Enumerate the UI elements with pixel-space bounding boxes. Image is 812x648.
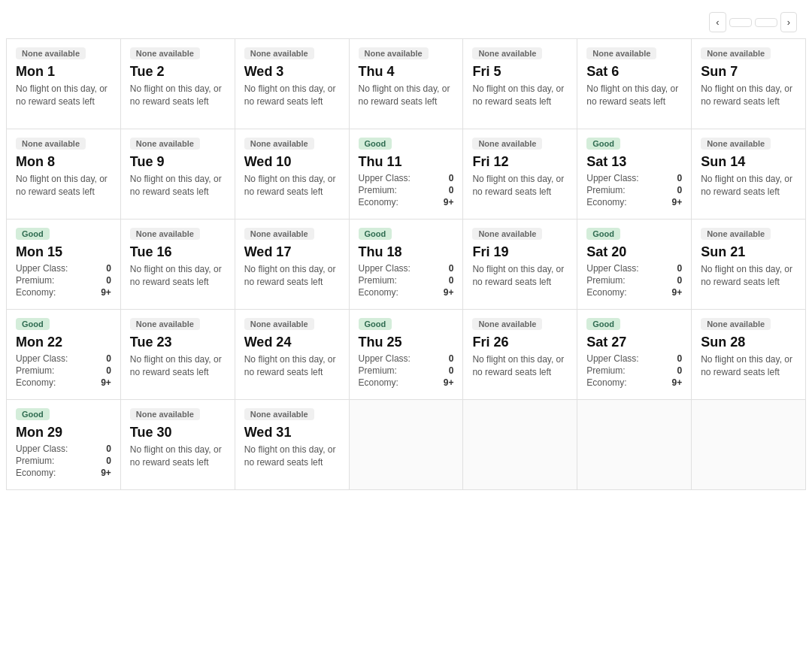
calendar-cell-tue30[interactable]: None availableTue 30No flight on this da… [121, 400, 235, 490]
dec-button[interactable] [729, 18, 752, 27]
upper-class-row: Upper Class: 0 [359, 173, 454, 183]
calendar-cell-sat13[interactable]: GoodSat 13 Upper Class: 0 Premium: 0 Eco… [577, 129, 692, 220]
day-label: Sun 14 [701, 154, 796, 170]
premium-row: Premium: 0 [359, 275, 454, 286]
economy-label: Economy: [16, 377, 56, 388]
calendar-cell-tue2[interactable]: None availableTue 2No flight on this day… [121, 39, 235, 129]
calendar-cell-mon8[interactable]: None availableMon 8No flight on this day… [7, 129, 121, 220]
premium-row: Premium: 0 [359, 365, 454, 376]
calendar-cell-wed17[interactable]: None availableWed 17No flight on this da… [235, 220, 350, 310]
premium-value: 0 [677, 185, 682, 195]
next-month-button[interactable]: › [780, 12, 797, 32]
economy-row: Economy: 9+ [359, 377, 454, 388]
no-flight-text: No flight on this day, or no reward seat… [244, 444, 340, 469]
upper-class-row: Upper Class: 0 [16, 263, 111, 274]
day-label: Mon 22 [16, 335, 111, 350]
upper-class-value: 0 [677, 353, 682, 364]
calendar-cell-mon15[interactable]: GoodMon 15 Upper Class: 0 Premium: 0 Eco… [7, 220, 121, 310]
no-flight-text: No flight on this day, or no reward seat… [16, 173, 111, 198]
day-label: Tue 30 [130, 425, 226, 441]
calendar-cell-tue23[interactable]: None availableTue 23No flight on this da… [121, 310, 235, 400]
calendar-cell-mon22[interactable]: GoodMon 22 Upper Class: 0 Premium: 0 Eco… [7, 310, 121, 400]
day-label: Fri 12 [472, 154, 568, 170]
availability-badge: None available [244, 318, 314, 330]
month-navigation: ‹ › [709, 12, 797, 32]
day-label: Tue 2 [130, 64, 226, 80]
calendar-cell-tue9[interactable]: None availableTue 9No flight on this day… [121, 129, 235, 220]
premium-row: Premium: 0 [586, 365, 682, 376]
availability-badge: None available [130, 228, 200, 240]
economy-value: 9+ [444, 287, 454, 298]
availability-badge: None available [244, 228, 314, 240]
availability-badge: Good [586, 138, 620, 150]
no-flight-text: No flight on this day, or no reward seat… [244, 83, 340, 108]
day-label: Fri 5 [472, 64, 568, 80]
day-label: Thu 18 [359, 244, 454, 260]
day-label: Sun 28 [701, 335, 796, 350]
calendar-cell-sun28[interactable]: None availableSun 28No flight on this da… [692, 310, 806, 400]
calendar-cell-mon1[interactable]: None availableMon 1No flight on this day… [7, 39, 121, 129]
premium-row: Premium: 0 [586, 275, 682, 286]
calendar-cell-sun14[interactable]: None availableSun 14No flight on this da… [692, 129, 806, 220]
premium-label: Premium: [359, 365, 397, 376]
availability-badge: None available [701, 228, 771, 240]
empty-cell [692, 400, 806, 490]
availability-badge: Good [16, 228, 50, 240]
day-label: Mon 29 [16, 425, 111, 441]
economy-row: Economy: 9+ [359, 197, 454, 207]
economy-row: Economy: 9+ [586, 197, 682, 207]
calendar-cell-sun7[interactable]: None availableSun 7No flight on this day… [692, 39, 806, 129]
calendar-cell-sat6[interactable]: None availableSat 6No flight on this day… [577, 39, 692, 129]
calendar-cell-sat20[interactable]: GoodSat 20 Upper Class: 0 Premium: 0 Eco… [577, 220, 692, 310]
economy-label: Economy: [586, 377, 626, 388]
availability-badge: None available [16, 138, 86, 150]
calendar-cell-fri26[interactable]: None availableFri 26No flight on this da… [463, 310, 577, 400]
upper-class-label: Upper Class: [359, 173, 411, 183]
calendar-cell-thu18[interactable]: GoodThu 18 Upper Class: 0 Premium: 0 Eco… [350, 220, 464, 310]
economy-value: 9+ [444, 197, 454, 207]
page-header: ‹ › [0, 0, 812, 38]
upper-class-label: Upper Class: [359, 353, 411, 364]
upper-class-value: 0 [106, 444, 111, 454]
calendar-cell-tue16[interactable]: None availableTue 16No flight on this da… [121, 220, 235, 310]
day-label: Thu 11 [359, 154, 454, 170]
calendar-cell-wed10[interactable]: None availableWed 10No flight on this da… [235, 129, 350, 220]
calendar-cell-fri12[interactable]: None availableFri 12No flight on this da… [463, 129, 577, 220]
calendar-cell-thu25[interactable]: GoodThu 25 Upper Class: 0 Premium: 0 Eco… [350, 310, 464, 400]
availability-badge: Good [359, 228, 392, 240]
premium-label: Premium: [359, 275, 397, 286]
economy-label: Economy: [16, 468, 56, 478]
availability-badge: None available [16, 47, 86, 59]
calendar-cell-mon29[interactable]: GoodMon 29 Upper Class: 0 Premium: 0 Eco… [7, 400, 121, 490]
upper-class-value: 0 [677, 173, 682, 183]
calendar-cell-sun21[interactable]: None availableSun 21No flight on this da… [692, 220, 806, 310]
economy-label: Economy: [359, 377, 398, 388]
day-label: Sat 27 [586, 335, 682, 350]
upper-class-label: Upper Class: [586, 173, 638, 183]
calendar-grid: None availableMon 1No flight on this day… [6, 38, 806, 490]
calendar-cell-thu11[interactable]: GoodThu 11 Upper Class: 0 Premium: 0 Eco… [350, 129, 464, 220]
calendar-cell-wed3[interactable]: None availableWed 3No flight on this day… [235, 39, 350, 129]
availability-badge: None available [244, 138, 314, 150]
availability-badge: None available [244, 408, 314, 420]
calendar-cell-fri19[interactable]: None availableFri 19No flight on this da… [463, 220, 577, 310]
calendar-cell-fri5[interactable]: None availableFri 5No flight on this day… [463, 39, 577, 129]
premium-value: 0 [449, 365, 454, 376]
upper-class-label: Upper Class: [586, 353, 638, 364]
no-flight-text: No flight on this day, or no reward seat… [244, 173, 340, 198]
calendar-cell-wed31[interactable]: None availableWed 31No flight on this da… [235, 400, 350, 490]
calendar-cell-thu4[interactable]: None availableThu 4No flight on this day… [350, 39, 464, 129]
economy-label: Economy: [586, 197, 626, 207]
prev-month-button[interactable]: ‹ [709, 12, 726, 32]
day-label: Wed 31 [244, 425, 340, 441]
availability-badge: None available [359, 47, 429, 59]
calendar-cell-wed24[interactable]: None availableWed 24No flight on this da… [235, 310, 350, 400]
day-label: Wed 10 [244, 154, 340, 170]
premium-value: 0 [106, 365, 111, 376]
premium-label: Premium: [16, 275, 54, 286]
availability-badge: None available [130, 47, 200, 59]
availability-badge: Good [359, 318, 392, 330]
feb-button[interactable] [755, 18, 777, 27]
day-label: Tue 16 [130, 244, 226, 260]
calendar-cell-sat27[interactable]: GoodSat 27 Upper Class: 0 Premium: 0 Eco… [577, 310, 692, 400]
